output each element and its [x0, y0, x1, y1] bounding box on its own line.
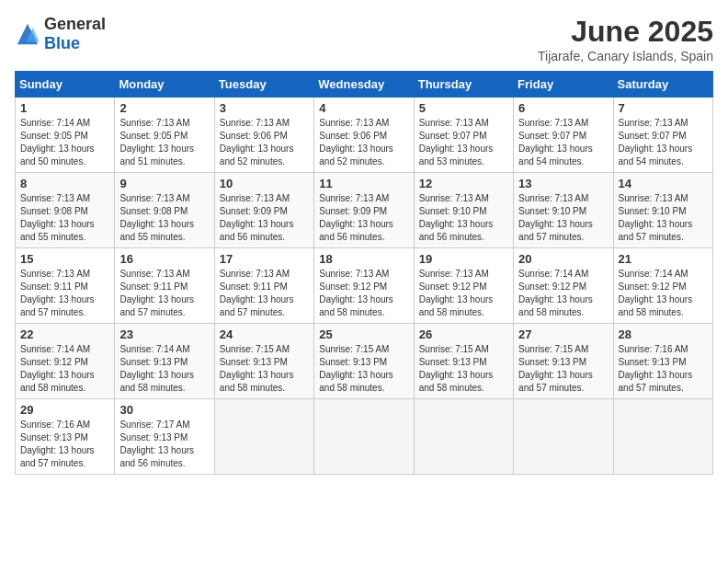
calendar-cell: 11Sunrise: 7:13 AMSunset: 9:09 PMDayligh…	[314, 173, 414, 248]
day-detail: Sunrise: 7:13 AMSunset: 9:11 PMDaylight:…	[220, 268, 309, 319]
weekday-header-saturday: Saturday	[613, 72, 712, 98]
day-number: 16	[119, 252, 209, 266]
day-number: 28	[619, 327, 708, 341]
day-number: 19	[419, 252, 508, 266]
day-number: 18	[319, 252, 408, 266]
title-section: June 2025 Tijarafe, Canary Islands, Spai…	[538, 15, 713, 63]
header: General Blue June 2025 Tijarafe, Canary …	[15, 15, 713, 63]
day-detail: Sunrise: 7:13 AMSunset: 9:12 PMDaylight:…	[419, 268, 508, 319]
logo-blue: Blue	[44, 34, 80, 52]
day-number: 5	[419, 101, 508, 115]
day-detail: Sunrise: 7:15 AMSunset: 9:13 PMDaylight:…	[319, 343, 408, 395]
day-number: 10	[220, 177, 309, 190]
day-detail: Sunrise: 7:13 AMSunset: 9:06 PMDaylight:…	[220, 117, 309, 168]
logo-text: General Blue	[44, 15, 106, 53]
calendar-cell: 18Sunrise: 7:13 AMSunset: 9:12 PMDayligh…	[314, 248, 414, 324]
calendar-cell: 1Sunrise: 7:14 AMSunset: 9:05 PMDaylight…	[16, 98, 115, 173]
page-container: General Blue June 2025 Tijarafe, Canary …	[15, 15, 713, 475]
calendar-cell: 25Sunrise: 7:15 AMSunset: 9:13 PMDayligh…	[314, 324, 414, 399]
calendar-cell: 20Sunrise: 7:14 AMSunset: 9:12 PMDayligh…	[514, 248, 613, 324]
calendar-cell: 21Sunrise: 7:14 AMSunset: 9:12 PMDayligh…	[613, 248, 712, 324]
weekday-header-row: SundayMondayTuesdayWednesdayThursdayFrid…	[16, 72, 713, 98]
calendar-cell: 12Sunrise: 7:13 AMSunset: 9:10 PMDayligh…	[414, 173, 513, 248]
calendar-cell: 24Sunrise: 7:15 AMSunset: 9:13 PMDayligh…	[214, 324, 313, 399]
month-year-title: June 2025	[538, 15, 713, 49]
day-number: 30	[119, 403, 209, 417]
day-detail: Sunrise: 7:13 AMSunset: 9:05 PMDaylight:…	[119, 117, 209, 168]
day-number: 9	[119, 177, 209, 190]
day-detail: Sunrise: 7:15 AMSunset: 9:13 PMDaylight:…	[419, 343, 508, 395]
day-number: 26	[419, 327, 508, 341]
calendar-cell: 14Sunrise: 7:13 AMSunset: 9:10 PMDayligh…	[613, 173, 712, 248]
day-detail: Sunrise: 7:16 AMSunset: 9:13 PMDaylight:…	[619, 343, 708, 395]
day-number: 3	[220, 101, 309, 115]
day-number: 4	[319, 101, 408, 115]
calendar-cell: 19Sunrise: 7:13 AMSunset: 9:12 PMDayligh…	[414, 248, 513, 324]
day-number: 22	[20, 327, 109, 341]
calendar-cell: 2Sunrise: 7:13 AMSunset: 9:05 PMDaylight…	[115, 98, 214, 173]
day-detail: Sunrise: 7:16 AMSunset: 9:13 PMDaylight:…	[20, 419, 109, 470]
day-number: 7	[619, 101, 708, 115]
day-number: 8	[20, 177, 109, 190]
weekday-header-wednesday: Wednesday	[314, 72, 414, 98]
day-number: 20	[518, 252, 608, 266]
calendar-cell	[514, 399, 613, 475]
calendar-cell: 22Sunrise: 7:14 AMSunset: 9:12 PMDayligh…	[16, 324, 115, 399]
calendar-week-row-3: 15Sunrise: 7:13 AMSunset: 9:11 PMDayligh…	[16, 248, 713, 324]
day-number: 29	[20, 403, 109, 417]
day-detail: Sunrise: 7:13 AMSunset: 9:11 PMDaylight:…	[119, 268, 209, 319]
day-detail: Sunrise: 7:13 AMSunset: 9:08 PMDaylight:…	[119, 192, 209, 244]
weekday-header-sunday: Sunday	[16, 72, 115, 98]
day-detail: Sunrise: 7:13 AMSunset: 9:07 PMDaylight:…	[419, 117, 508, 168]
logo-general: General	[44, 15, 106, 33]
day-detail: Sunrise: 7:17 AMSunset: 9:13 PMDaylight:…	[119, 419, 209, 470]
calendar-table: SundayMondayTuesdayWednesdayThursdayFrid…	[15, 71, 713, 475]
day-number: 2	[119, 101, 209, 115]
calendar-cell: 27Sunrise: 7:15 AMSunset: 9:13 PMDayligh…	[514, 324, 613, 399]
calendar-cell: 10Sunrise: 7:13 AMSunset: 9:09 PMDayligh…	[214, 173, 313, 248]
weekday-header-monday: Monday	[115, 72, 214, 98]
day-detail: Sunrise: 7:15 AMSunset: 9:13 PMDaylight:…	[518, 343, 608, 395]
calendar-cell: 13Sunrise: 7:13 AMSunset: 9:10 PMDayligh…	[514, 173, 613, 248]
day-detail: Sunrise: 7:15 AMSunset: 9:13 PMDaylight:…	[220, 343, 309, 395]
weekday-header-tuesday: Tuesday	[214, 72, 313, 98]
day-number: 27	[518, 327, 608, 341]
logo-icon	[15, 21, 40, 47]
day-number: 15	[20, 252, 109, 266]
day-detail: Sunrise: 7:13 AMSunset: 9:10 PMDaylight:…	[518, 192, 608, 244]
calendar-cell: 17Sunrise: 7:13 AMSunset: 9:11 PMDayligh…	[214, 248, 313, 324]
day-detail: Sunrise: 7:13 AMSunset: 9:12 PMDaylight:…	[319, 268, 408, 319]
calendar-cell: 9Sunrise: 7:13 AMSunset: 9:08 PMDaylight…	[115, 173, 214, 248]
calendar-cell: 3Sunrise: 7:13 AMSunset: 9:06 PMDaylight…	[214, 98, 313, 173]
calendar-cell: 23Sunrise: 7:14 AMSunset: 9:13 PMDayligh…	[115, 324, 214, 399]
day-detail: Sunrise: 7:14 AMSunset: 9:12 PMDaylight:…	[619, 268, 708, 319]
calendar-cell	[613, 399, 712, 475]
day-number: 12	[419, 177, 508, 190]
day-detail: Sunrise: 7:13 AMSunset: 9:09 PMDaylight:…	[319, 192, 408, 244]
logo: General Blue	[15, 15, 106, 53]
calendar-cell: 26Sunrise: 7:15 AMSunset: 9:13 PMDayligh…	[414, 324, 513, 399]
day-number: 13	[518, 177, 608, 190]
day-detail: Sunrise: 7:13 AMSunset: 9:09 PMDaylight:…	[220, 192, 309, 244]
calendar-cell	[214, 399, 313, 475]
calendar-week-row-1: 1Sunrise: 7:14 AMSunset: 9:05 PMDaylight…	[16, 98, 713, 173]
day-detail: Sunrise: 7:14 AMSunset: 9:13 PMDaylight:…	[119, 343, 209, 395]
location-title: Tijarafe, Canary Islands, Spain	[538, 49, 713, 63]
day-number: 21	[619, 252, 708, 266]
day-detail: Sunrise: 7:13 AMSunset: 9:07 PMDaylight:…	[518, 117, 608, 168]
day-detail: Sunrise: 7:13 AMSunset: 9:07 PMDaylight:…	[619, 117, 708, 168]
calendar-cell	[414, 399, 513, 475]
calendar-week-row-5: 29Sunrise: 7:16 AMSunset: 9:13 PMDayligh…	[16, 399, 713, 475]
day-detail: Sunrise: 7:13 AMSunset: 9:06 PMDaylight:…	[319, 117, 408, 168]
day-number: 24	[220, 327, 309, 341]
calendar-cell: 6Sunrise: 7:13 AMSunset: 9:07 PMDaylight…	[514, 98, 613, 173]
day-number: 11	[319, 177, 408, 190]
day-number: 17	[220, 252, 309, 266]
calendar-cell: 8Sunrise: 7:13 AMSunset: 9:08 PMDaylight…	[16, 173, 115, 248]
calendar-cell: 16Sunrise: 7:13 AMSunset: 9:11 PMDayligh…	[115, 248, 214, 324]
calendar-week-row-4: 22Sunrise: 7:14 AMSunset: 9:12 PMDayligh…	[16, 324, 713, 399]
day-detail: Sunrise: 7:14 AMSunset: 9:12 PMDaylight:…	[518, 268, 608, 319]
day-detail: Sunrise: 7:13 AMSunset: 9:10 PMDaylight:…	[419, 192, 508, 244]
day-detail: Sunrise: 7:13 AMSunset: 9:10 PMDaylight:…	[619, 192, 708, 244]
calendar-cell: 4Sunrise: 7:13 AMSunset: 9:06 PMDaylight…	[314, 98, 414, 173]
